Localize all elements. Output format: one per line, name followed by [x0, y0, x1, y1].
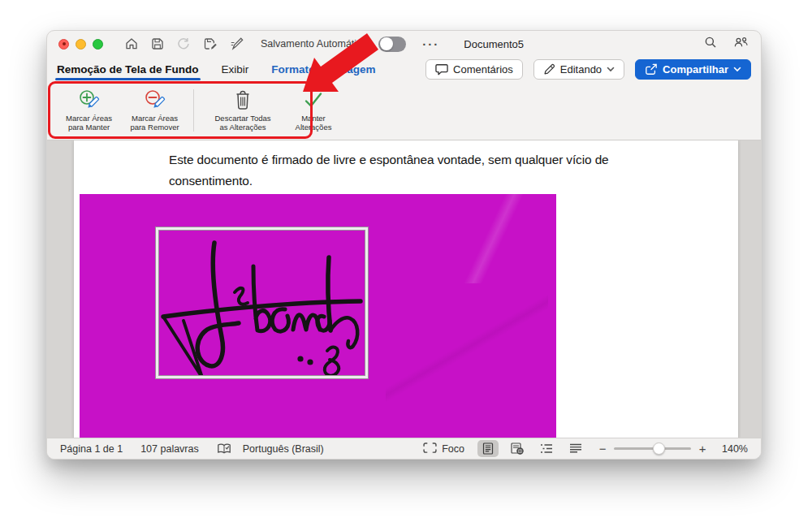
check-icon	[302, 88, 325, 112]
zoom-slider[interactable]	[614, 442, 691, 455]
discard-changes-button[interactable]: Descartar Todas as Alterações	[201, 88, 285, 132]
editing-mode-button[interactable]: Editando	[533, 59, 624, 80]
comment-bubble-icon	[435, 63, 448, 76]
language-selector[interactable]: Português (Brasil)	[243, 443, 324, 455]
focus-label: Foco	[442, 443, 464, 455]
people-icon[interactable]	[732, 35, 749, 53]
more-options-icon[interactable]: ···	[422, 37, 439, 51]
pencil-icon	[543, 63, 555, 76]
tab-view[interactable]: Exibir	[220, 58, 251, 82]
document-image[interactable]	[80, 194, 556, 439]
chevron-down-icon	[733, 67, 741, 72]
web-layout-view-icon[interactable]	[507, 440, 528, 457]
mark-remove-label: Marcar Áreas para Remover	[130, 114, 179, 132]
mark-areas-remove-button[interactable]: Marcar Áreas para Remover	[121, 88, 188, 132]
draft-view-icon[interactable]	[565, 440, 586, 457]
share-label: Compartilhar	[663, 63, 728, 76]
word-count[interactable]: 107 palavras	[140, 443, 199, 455]
keep-changes-button[interactable]: Manter Alterações	[285, 88, 342, 132]
autosave-toggle[interactable]	[378, 37, 406, 52]
document-title: Documento5	[464, 38, 524, 50]
title-bar: Salvamento Automático ··· Documento5	[47, 31, 761, 57]
close-button[interactable]	[58, 39, 69, 50]
draw-pen-icon[interactable]	[229, 37, 244, 51]
word-window: Salvamento Automático ··· Documento5 Rem…	[46, 30, 762, 460]
traffic-lights	[58, 39, 103, 50]
chevron-down-icon	[607, 67, 615, 72]
quick-access-toolbar	[124, 37, 244, 51]
ribbon-group-divider	[193, 89, 194, 132]
comments-label: Comentários	[453, 63, 513, 76]
toggle-knob	[380, 37, 393, 50]
document-canvas: Este documento é firmado de livre e espo…	[47, 140, 761, 439]
outline-view-icon[interactable]	[536, 440, 557, 457]
share-button[interactable]: Compartilhar	[635, 59, 751, 80]
view-switcher	[477, 440, 586, 457]
save-as-icon[interactable]	[202, 37, 218, 51]
trash-icon	[233, 88, 253, 112]
page-count[interactable]: Página 1 de 1	[60, 443, 123, 455]
tab-background-removal[interactable]: Remoção de Tela de Fundo	[55, 58, 201, 82]
save-icon[interactable]	[150, 37, 165, 51]
zoom-control: − + 140%	[598, 442, 748, 455]
spellcheck-icon[interactable]	[217, 442, 231, 455]
redo-icon	[176, 37, 191, 51]
share-icon	[645, 63, 658, 76]
search-icon[interactable]	[703, 35, 718, 53]
editing-label: Editando	[560, 63, 602, 76]
mark-keep-label: Marcar Áreas para Manter	[66, 114, 112, 132]
print-layout-view-icon[interactable]	[477, 440, 499, 457]
comments-button[interactable]: Comentários	[425, 59, 523, 80]
zoom-in-button[interactable]: +	[698, 442, 707, 455]
ribbon-tab-row: Remoção de Tela de Fundo Exibir Formato …	[47, 57, 761, 82]
ribbon-toolbar: Marcar Áreas para Manter Marcar Áreas pa…	[47, 82, 761, 140]
home-icon[interactable]	[124, 37, 139, 51]
keep-area-marquee[interactable]	[156, 227, 368, 378]
minimize-button[interactable]	[76, 39, 86, 50]
focus-mode-button[interactable]: Foco	[423, 442, 464, 455]
keep-changes-label: Manter Alterações	[296, 114, 332, 132]
zoom-level[interactable]: 140%	[722, 443, 748, 455]
focus-icon	[423, 442, 437, 455]
zoom-slider-thumb[interactable]	[653, 442, 665, 455]
status-bar: Página 1 de 1 107 palavras Português (Br…	[47, 438, 761, 459]
document-paragraph[interactable]: Este documento é firmado de livre e espo…	[169, 149, 644, 192]
fullscreen-button[interactable]	[93, 39, 103, 50]
discard-changes-label: Descartar Todas as Alterações	[215, 114, 271, 132]
zoom-out-button[interactable]: −	[598, 442, 607, 455]
autosave-label: Salvamento Automático	[261, 38, 367, 50]
document-page[interactable]: Este documento é firmado de livre e espo…	[74, 140, 738, 439]
mark-keep-icon	[77, 88, 102, 112]
tab-picture-format[interactable]: Formato da Imagem	[270, 58, 377, 82]
mark-areas-keep-button[interactable]: Marcar Áreas para Manter	[57, 88, 121, 132]
mark-remove-icon	[143, 88, 167, 112]
